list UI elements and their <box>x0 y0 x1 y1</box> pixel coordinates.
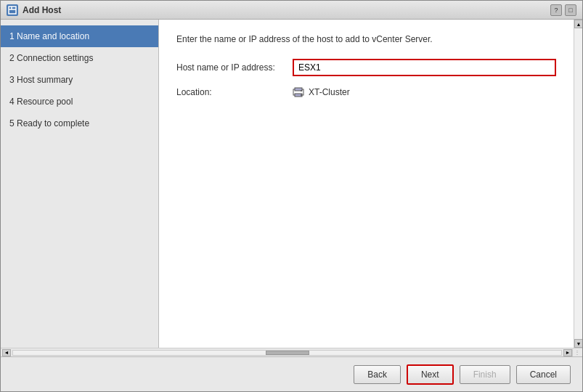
scroll-left-button[interactable]: ◄ <box>2 349 11 356</box>
sidebar-item-host-summary[interactable]: 3 Host summary <box>1 69 158 91</box>
host-name-input[interactable] <box>293 59 556 76</box>
help-button[interactable]: ? <box>550 4 562 16</box>
vertical-scrollbar[interactable]: ▲ ▼ <box>574 20 582 348</box>
title-bar-controls: ? □ <box>550 4 576 16</box>
sidebar-item-label-4: 4 Resource pool <box>9 97 73 107</box>
h-scroll-thumb <box>266 351 309 355</box>
add-host-window: Add Host ? □ 1 Name and location 2 Conne… <box>0 0 583 392</box>
location-value: XT-Cluster <box>293 86 350 98</box>
window-title: Add Host <box>23 5 61 15</box>
splitter-corner: ⋮ <box>572 349 581 356</box>
svg-point-7 <box>301 94 302 96</box>
svg-point-6 <box>301 90 302 91</box>
scroll-up-button[interactable]: ▲ <box>574 20 582 28</box>
host-name-row: Host name or IP address: <box>176 59 556 76</box>
sidebar: 1 Name and location 2 Connection setting… <box>1 20 159 348</box>
sidebar-item-label-2: 2 Connection settings <box>9 53 93 63</box>
title-bar: Add Host ? □ <box>1 1 582 20</box>
sidebar-item-connection-settings[interactable]: 2 Connection settings <box>1 47 158 69</box>
sidebar-item-label-5: 5 Ready to complete <box>9 118 89 128</box>
location-row: Location: XT-C <box>176 86 556 98</box>
cancel-button[interactable]: Cancel <box>516 365 571 384</box>
title-bar-left: Add Host <box>7 4 61 16</box>
next-button[interactable]: Next <box>407 364 454 385</box>
finish-button[interactable]: Finish <box>460 365 510 384</box>
sidebar-item-label-3: 3 Host summary <box>9 75 73 85</box>
content-description: Enter the name or IP address of the host… <box>176 34 556 44</box>
location-text: XT-Cluster <box>309 87 350 97</box>
h-scroll-track[interactable] <box>12 350 562 356</box>
content-area: Enter the name or IP address of the host… <box>159 20 574 348</box>
sidebar-item-ready-complete[interactable]: 5 Ready to complete <box>1 113 158 134</box>
maximize-button[interactable]: □ <box>565 4 576 16</box>
main-row: 1 Name and location 2 Connection setting… <box>1 20 582 348</box>
sidebar-item-label-1: 1 Name and location <box>9 31 89 41</box>
scroll-right-button[interactable]: ► <box>563 349 572 356</box>
back-button[interactable]: Back <box>354 365 401 384</box>
bottom-bar: Back Next Finish Cancel <box>1 356 582 391</box>
scroll-track[interactable] <box>574 28 582 339</box>
outer-wrapper: 1 Name and location 2 Connection setting… <box>1 20 582 356</box>
horizontal-scrollbar-row: ◄ ► ⋮ <box>1 348 582 356</box>
content-scroll-wrapper: Enter the name or IP address of the host… <box>159 20 582 348</box>
sidebar-item-name-location[interactable]: 1 Name and location <box>1 25 158 47</box>
cluster-icon <box>293 86 304 98</box>
window-icon <box>7 4 18 16</box>
splitter-dots: ⋮ <box>574 349 580 356</box>
host-name-label: Host name or IP address: <box>176 62 293 73</box>
scroll-down-button[interactable]: ▼ <box>574 339 582 348</box>
svg-rect-0 <box>9 7 16 14</box>
location-label: Location: <box>176 87 293 97</box>
sidebar-item-resource-pool[interactable]: 4 Resource pool <box>1 91 158 113</box>
